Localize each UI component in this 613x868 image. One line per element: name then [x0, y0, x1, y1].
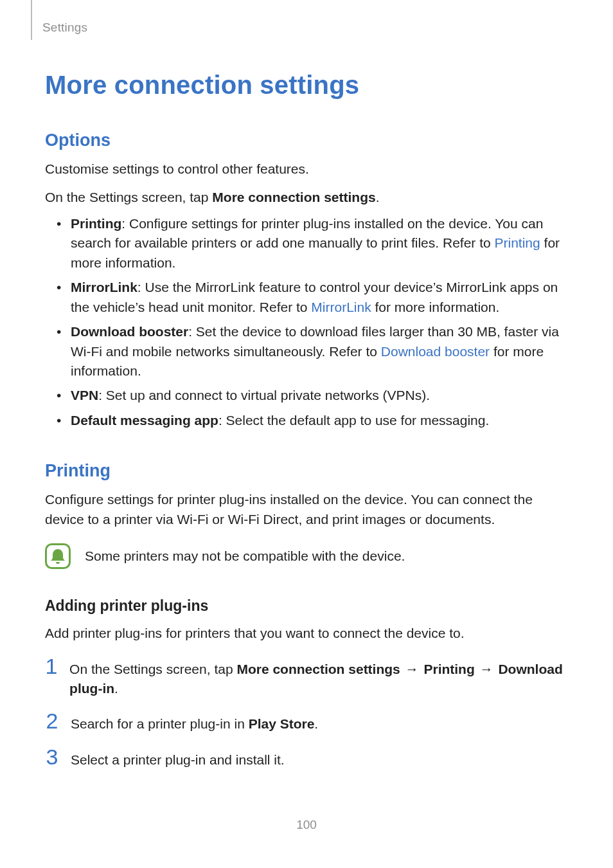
item-label: MirrorLink: [71, 280, 138, 294]
text: .: [314, 716, 318, 731]
text: : Set up and connect to virtual private …: [98, 388, 430, 402]
section-heading-printing: Printing: [45, 461, 568, 481]
step-number: 1: [45, 655, 58, 677]
step-number: 2: [45, 710, 59, 732]
link-printing[interactable]: Printing: [495, 235, 540, 250]
item-label: Printing: [71, 216, 121, 231]
subsection-heading: Adding printer plug-ins: [45, 597, 568, 615]
item-label: Default messaging app: [71, 413, 218, 428]
step-body: Select a printer plug-in and install it.: [71, 750, 285, 770]
note: Some printers may not be compatible with…: [45, 543, 568, 569]
link-download-booster[interactable]: Download booster: [381, 344, 490, 359]
step-1: 1 On the Settings screen, tap More conne…: [45, 655, 568, 699]
options-intro-1: Customise settings to control other feat…: [45, 159, 568, 179]
text: Search for a printer plug-in in: [71, 716, 249, 731]
ui-path: Printing: [423, 662, 474, 676]
arrow-icon: →: [400, 662, 424, 676]
list-item: Printing: Configure settings for printer…: [45, 214, 568, 273]
text: : Select the default app to use for mess…: [218, 413, 489, 428]
arrow-icon: →: [475, 662, 499, 676]
header-rule: [31, 0, 32, 40]
item-label: Download booster: [71, 324, 188, 339]
page-number: 100: [0, 818, 613, 832]
step-number: 3: [45, 746, 59, 768]
options-intro-2: On the Settings screen, tap More connect…: [45, 188, 568, 207]
page-title: More connection settings: [45, 71, 568, 100]
step-body: Search for a printer plug-in in Play Sto…: [71, 714, 318, 734]
list-item: Default messaging app: Select the defaul…: [45, 411, 568, 430]
printing-intro: Configure settings for printer plug-ins …: [45, 490, 568, 529]
text: for more information.: [371, 300, 500, 314]
text: .: [376, 190, 380, 204]
link-mirrorlink[interactable]: MirrorLink: [311, 300, 371, 314]
text: .: [114, 681, 118, 696]
text: On the Settings screen, tap: [69, 662, 236, 676]
ui-path: More connection settings: [236, 662, 400, 676]
text: On the Settings screen, tap: [45, 190, 212, 204]
list-item: Download booster: Set the device to down…: [45, 322, 568, 381]
bell-icon: [45, 543, 71, 569]
item-label: VPN: [71, 388, 98, 402]
step-2: 2 Search for a printer plug-in in Play S…: [45, 710, 568, 734]
options-list: Printing: Configure settings for printer…: [45, 214, 568, 430]
step-body: On the Settings screen, tap More connect…: [69, 660, 568, 699]
subsection-intro: Add printer plug-ins for printers that y…: [45, 624, 568, 643]
ui-path: More connection settings: [212, 190, 375, 204]
note-text: Some printers may not be compatible with…: [85, 547, 405, 565]
ui-path: Play Store: [249, 716, 315, 731]
page: Settings More connection settings Option…: [0, 0, 613, 868]
text: : Configure settings for printer plug-in…: [71, 216, 543, 250]
list-item: VPN: Set up and connect to virtual priva…: [45, 386, 568, 405]
step-3: 3 Select a printer plug-in and install i…: [45, 746, 568, 770]
steps-list: 1 On the Settings screen, tap More conne…: [45, 655, 568, 770]
list-item: MirrorLink: Use the MirrorLink feature t…: [45, 278, 568, 317]
section-heading-options: Options: [45, 131, 568, 150]
breadcrumb: Settings: [42, 21, 87, 35]
